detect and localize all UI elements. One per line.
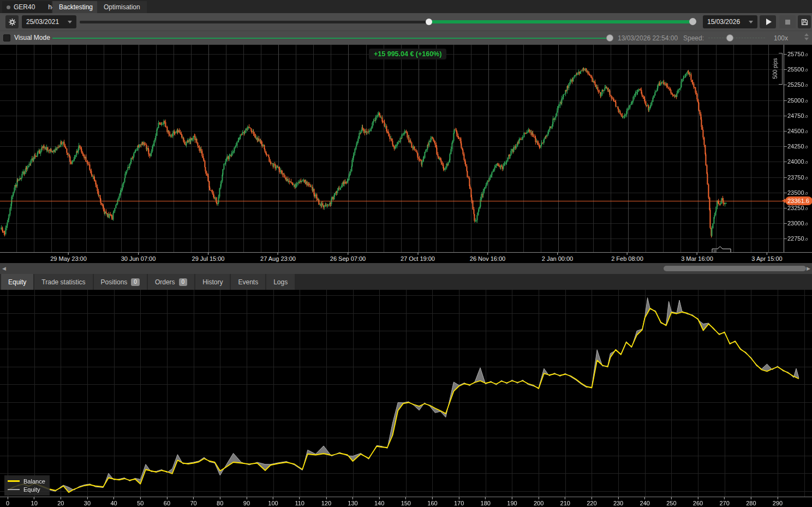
arrow-right-icon[interactable]: ▶: [807, 265, 810, 272]
equity-axis-tick: 60: [164, 497, 170, 506]
equity-axis-tick: 10: [31, 497, 38, 506]
visual-mode-label: Visual Mode: [14, 34, 50, 41]
profit-badge: +15 995.04 € (+160%): [369, 49, 446, 59]
tab-history[interactable]: History: [195, 274, 230, 290]
price-axis-label: 25500.0: [787, 66, 808, 74]
time-axis-tick: 3 Apr 15:00: [751, 253, 782, 262]
backtest-toolbar: 25/03/2021 15/03/2026: [0, 13, 812, 31]
equity-axis-tick: 210: [560, 497, 570, 506]
pips-scale-ruler: 500 pips: [767, 53, 783, 85]
equity-axis-tick: 150: [401, 497, 411, 506]
end-date-picker[interactable]: 15/03/2026: [703, 15, 757, 28]
equity-axis-tick: 220: [587, 497, 596, 506]
tab-logs[interactable]: Logs: [266, 274, 295, 290]
price-axis-label: 24500.0: [787, 128, 808, 135]
tab-positions[interactable]: Positions 0: [94, 274, 147, 290]
equity-axis-tick: 240: [640, 497, 650, 506]
progress-handle-current[interactable]: [426, 19, 432, 25]
visual-mode-row: Visual Mode 13/03/2026 22:54:00 Speed: 1…: [0, 31, 812, 45]
equity-axis-tick: 40: [110, 497, 117, 506]
speed-label: Speed:: [683, 34, 704, 42]
balance-legend-label: Balance: [23, 478, 45, 485]
equity-axis-tick: 120: [321, 497, 331, 506]
equity-axis-tick: 270: [719, 497, 729, 506]
equity-chart-canvas: [0, 290, 812, 497]
equity-axis-tick: 160: [427, 497, 437, 506]
progress-handle-end[interactable]: [689, 18, 696, 25]
timeline-handle[interactable]: [607, 35, 613, 41]
tab-orders[interactable]: Orders 0: [148, 274, 194, 290]
equity-axis-tick: 90: [243, 497, 250, 506]
scrollbar-thumb[interactable]: [664, 266, 806, 271]
tab-trade-statistics[interactable]: Trade statistics: [34, 274, 92, 290]
time-axis-tick: 3 Mar 16:00: [681, 253, 713, 262]
current-price-tag: 23361.6: [785, 196, 812, 205]
pips-label: 500 pips: [772, 53, 778, 84]
time-axis-tick: 30 Jun 07:00: [121, 253, 156, 262]
gear-icon: [8, 18, 16, 26]
time-axis-tick: 26 Nov 16:00: [470, 253, 505, 262]
stop-button[interactable]: [779, 15, 796, 28]
playback-timeline[interactable]: [52, 38, 607, 39]
tab-symbol-ger40-h4[interactable]: GER40 h4: [2, 1, 51, 13]
equity-axis-tick: 230: [613, 497, 623, 506]
equity-legend-label: Equity: [23, 486, 40, 493]
equity-axis-tick: 180: [481, 497, 491, 506]
equity-axis-tick: 100: [268, 497, 278, 506]
equity-axis-tick: 290: [773, 497, 783, 506]
equity-axis-tick: 20: [57, 497, 64, 506]
speed-slider-handle[interactable]: [727, 35, 733, 41]
tab-optimisation[interactable]: Optimisation: [97, 1, 147, 13]
time-axis-tick: 27 Oct 19:00: [401, 253, 435, 262]
price-axis-label: 25750.0: [787, 51, 808, 58]
backtest-progress-completed[interactable]: [429, 20, 693, 23]
equity-axis-tick: 50: [137, 497, 144, 506]
price-axis-label: 24000.0: [787, 158, 808, 166]
equity-line-swatch: [8, 489, 20, 490]
price-axis-label: 24750.0: [787, 112, 808, 120]
equity-axis-tick: 70: [190, 497, 196, 506]
tab-backtesting[interactable]: Backtesting: [52, 1, 99, 13]
arrow-left-icon[interactable]: ◀: [2, 265, 6, 272]
time-axis-tick: 29 Jul 15:00: [192, 253, 225, 262]
tab-events[interactable]: Events: [231, 274, 265, 290]
visual-mode-checkbox[interactable]: [3, 34, 10, 41]
window-tab-bar: GER40 h4 Backtesting Optimisation: [0, 0, 812, 13]
price-axis-label: 25250.0: [787, 81, 808, 89]
price-axis-label: 22750.0: [787, 235, 808, 243]
time-axis-tick: 2 Jan 00:00: [542, 253, 574, 262]
speed-slider-track[interactable]: [708, 38, 765, 38]
price-axis-label: 23000.0: [787, 220, 808, 228]
tab-equity[interactable]: Equity: [1, 274, 33, 290]
equity-axis-tick: 260: [693, 497, 703, 506]
current-backtest-time: 13/03/2026 22:54:00: [618, 34, 678, 42]
settings-button[interactable]: [5, 15, 19, 28]
speed-value: 100x: [774, 34, 788, 42]
orders-count-badge: 0: [179, 278, 188, 286]
equity-x-axis: 0102030405060708090100110120130140150160…: [0, 497, 812, 507]
backtest-progress-track[interactable]: [80, 21, 429, 23]
time-axis-tick: 29 May 23:00: [50, 253, 87, 262]
equity-axis-tick: 200: [534, 497, 544, 506]
backtesting-window: GER40 h4 Backtesting Optimisation: [0, 0, 812, 507]
chart-horizontal-scrollbar[interactable]: ◀ ▶: [0, 263, 812, 274]
equity-axis-tick: 80: [217, 497, 223, 506]
equity-axis-tick: 0: [6, 497, 9, 506]
time-axis-tick: 27 Aug 23:00: [260, 253, 296, 262]
pips-bracket: [779, 53, 783, 85]
symbol-name: GER40: [14, 3, 35, 11]
results-tab-bar: Equity Trade statistics Positions 0 Orde…: [0, 274, 812, 290]
price-axis-label: 23250.0: [787, 205, 808, 212]
price-axis-label: 25000.0: [787, 97, 808, 105]
equity-axis-tick: 110: [295, 497, 304, 506]
save-button[interactable]: [798, 15, 811, 28]
price-chart-canvas[interactable]: [0, 45, 812, 252]
start-date-picker[interactable]: 25/03/2021: [22, 15, 76, 28]
spinner-arrows-icon[interactable]: [804, 33, 809, 40]
price-axis-label: 23500.0: [787, 189, 808, 197]
play-icon: [766, 19, 772, 25]
price-axis-label: 24250.0: [787, 143, 808, 151]
play-button[interactable]: [760, 15, 776, 28]
symbol-status-dot-icon: [7, 5, 10, 9]
time-axis: 29 May 23:0030 Jun 07:0029 Jul 15:0027 A…: [0, 252, 812, 263]
